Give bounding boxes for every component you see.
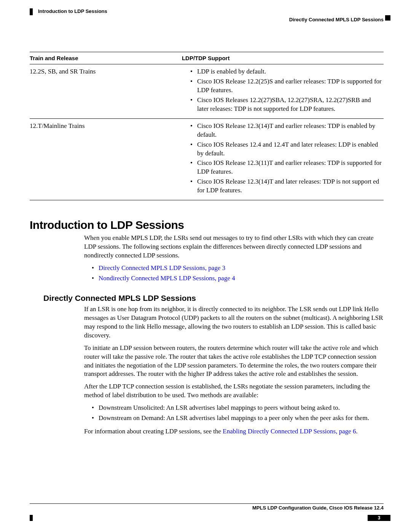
table-header-train: Train and Release: [30, 52, 182, 64]
list-item: Downstream on Demand: An LSR advertises …: [92, 414, 384, 423]
header-bar-icon: [30, 8, 33, 15]
list-item: Cisco IOS Releases 12.2(27)SBA, 12.2(27)…: [190, 96, 384, 113]
link-directly-connected[interactable]: Directly Connected MPLS LDP Sessions, pa…: [99, 264, 225, 272]
subsection-body: If an LSR is one hop from its neighbor, …: [84, 305, 384, 436]
list-item: LDP is enabled by default.: [190, 67, 384, 76]
footer-bar-icon: [30, 515, 33, 521]
intro-paragraph: When you enable MPLS LDP, the LSRs send …: [84, 234, 384, 260]
train-release-table: Train and Release LDP/TDP Support 12.2S,…: [30, 52, 384, 200]
list-item: Cisco IOS Release 12.3(11)T and earlier …: [190, 159, 384, 176]
table-cell-train: 12.2S, SB, and SR Trains: [30, 64, 182, 119]
table-cell-support: Cisco IOS Release 12.3(14)T and earlier …: [182, 118, 384, 200]
text-suffix: .: [356, 428, 358, 435]
link-enabling-sessions[interactable]: Enabling Directly Connected LDP Sessions…: [223, 428, 356, 435]
page-number: 3: [368, 515, 390, 521]
page-footer: MPLS LDP Configuration Guide, Cisco IOS …: [30, 503, 384, 515]
paragraph: For information about creating LDP sessi…: [84, 427, 384, 436]
running-header-title: Introduction to LDP Sessions: [38, 8, 107, 14]
section-body: When you enable MPLS LDP, the LSRs send …: [84, 234, 384, 283]
table-header-support: LDP/TDP Support: [182, 52, 384, 64]
list-item: Cisco IOS Release 12.2(25)S and earlier …: [190, 77, 384, 95]
paragraph: After the LDP TCP connection session is …: [84, 382, 384, 400]
section-heading: Introduction to LDP Sessions: [30, 219, 384, 232]
table-row: 12.T/Mainline Trains Cisco IOS Release 1…: [30, 118, 384, 200]
paragraph: If an LSR is one hop from its neighbor, …: [84, 305, 384, 340]
list-item: Cisco IOS Release 12.3(14)T and earlier …: [190, 122, 384, 139]
running-header-subtitle: Directly Connected MPLS LDP Sessions: [289, 17, 384, 22]
paragraph: To initiate an LDP session between route…: [84, 344, 384, 379]
list-item: Cisco IOS Release 12.3(14)T and later re…: [190, 177, 384, 195]
header-marker-icon: [385, 15, 390, 21]
toc-link-item: Directly Connected MPLS LDP Sessions, pa…: [92, 264, 384, 273]
page-header: Introduction to LDP Sessions Directly Co…: [30, 0, 384, 23]
footer-title: MPLS LDP Configuration Guide, Cisco IOS …: [30, 505, 384, 511]
list-item: Downstream Unsolicited: An LSR advertise…: [92, 404, 384, 412]
text-prefix: For information about creating LDP sessi…: [84, 428, 223, 435]
link-nondirectly-connected[interactable]: Nondirectly Connected MPLS LDP Sessions,…: [99, 275, 235, 282]
subsection-heading: Directly Connected MPLS LDP Sessions: [43, 294, 384, 303]
list-item: Cisco IOS Releases 12.4 and 12.4T and la…: [190, 141, 384, 158]
table-cell-train: 12.T/Mainline Trains: [30, 118, 182, 200]
table-row: 12.2S, SB, and SR Trains LDP is enabled …: [30, 64, 384, 119]
toc-link-item: Nondirectly Connected MPLS LDP Sessions,…: [92, 274, 384, 283]
table-cell-support: LDP is enabled by default. Cisco IOS Rel…: [182, 64, 384, 119]
